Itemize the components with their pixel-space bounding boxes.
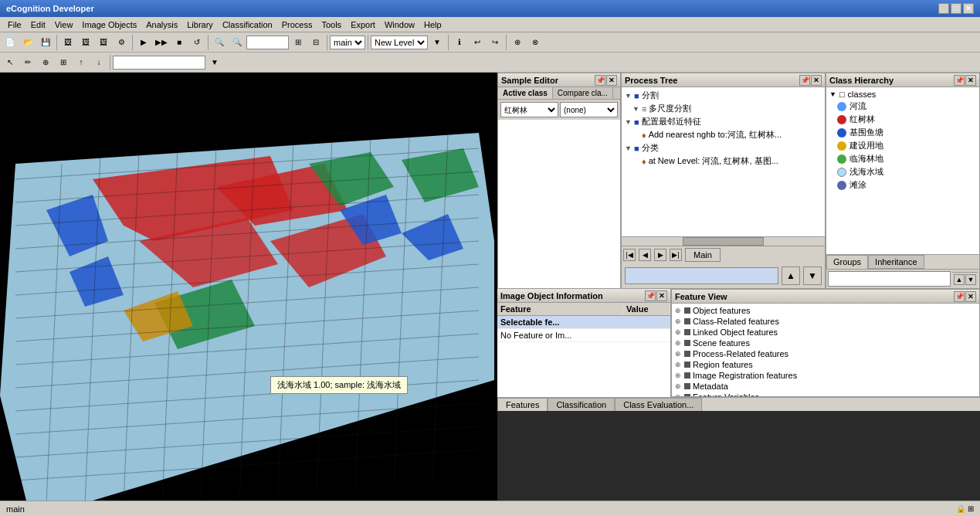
oi-row-0[interactable]: Selectable fe... — [497, 316, 670, 329]
oi-pin-btn[interactable]: 📌 — [645, 290, 656, 301]
maximize-btn[interactable]: □ — [951, 3, 961, 14]
tb-extra1[interactable]: ⊕ — [509, 34, 526, 51]
tab-compare-class[interactable]: Compare cla... — [553, 87, 613, 99]
fv-item-8[interactable]: ⊕ Feature Variables — [673, 392, 978, 396]
tb2-text-input[interactable] — [113, 56, 205, 70]
pt-item-2[interactable]: ▼ ■ 配置最邻近特征 — [623, 115, 823, 128]
tb2-1[interactable]: ↖ — [2, 54, 19, 71]
ch-item-1[interactable]: 红树林 — [828, 113, 978, 126]
tb2-up[interactable]: ↑ — [73, 54, 90, 71]
tb-save[interactable]: 💾 — [37, 34, 54, 51]
tb-fit[interactable]: ⊞ — [290, 34, 307, 51]
fv-item-3[interactable]: ⊕ Scene features — [673, 338, 978, 348]
btm-tab-features[interactable]: Features — [497, 398, 548, 411]
oi-row-1[interactable]: No Feature or Im... — [497, 329, 670, 342]
tb2-2[interactable]: ✏ — [19, 54, 36, 71]
new-level-select[interactable]: New Level — [371, 36, 428, 49]
ch-item-6[interactable]: 滩涂 — [828, 178, 978, 192]
pt-item-1[interactable]: ▼ ≡ 多尺度分割 — [623, 102, 823, 115]
btm-tab-class-eval[interactable]: Class Evaluation... — [615, 398, 702, 411]
tb-redo[interactable]: ↪ — [487, 34, 504, 51]
menu-export[interactable]: Export — [346, 20, 380, 29]
pt-pin-btn[interactable]: 📌 — [799, 75, 810, 86]
fv-item-1[interactable]: ⊕ Class-Related features — [673, 316, 978, 327]
tb-expand[interactable]: ⊟ — [307, 34, 324, 51]
close-btn[interactable]: ✕ — [963, 3, 974, 14]
menu-library[interactable]: Library — [182, 20, 218, 29]
tb-open[interactable]: 📂 — [19, 34, 36, 51]
level-select[interactable]: main — [330, 36, 365, 49]
zoom-input[interactable]: 33.33% — [246, 36, 289, 49]
ch-down-btn[interactable]: ▼ — [965, 274, 976, 285]
fv-pin-btn[interactable]: 📌 — [954, 291, 965, 302]
se-close-btn[interactable]: ✕ — [606, 75, 617, 86]
menu-view[interactable]: View — [50, 20, 78, 29]
menu-classification[interactable]: Classification — [218, 20, 277, 29]
ch-root[interactable]: ▼ □ classes — [828, 89, 978, 100]
compare-class-dropdown[interactable]: (none) — [560, 102, 618, 117]
menu-process[interactable]: Process — [277, 20, 317, 29]
ch-tab-groups[interactable]: Groups — [826, 255, 868, 269]
ch-item-5[interactable]: 浅海水域 — [828, 165, 978, 178]
tb-proc3[interactable]: ■ — [171, 34, 188, 51]
pt-close-btn[interactable]: ✕ — [811, 75, 822, 86]
se-pin-btn[interactable]: 📌 — [595, 75, 605, 86]
tb2-4[interactable]: ⊞ — [55, 54, 72, 71]
ch-item-3[interactable]: 建设用地 — [828, 139, 978, 152]
tb-proc4[interactable]: ↺ — [188, 34, 205, 51]
menu-help[interactable]: Help — [419, 20, 446, 29]
tb-img1[interactable]: 🖼 — [59, 34, 76, 51]
pt-item-3[interactable]: ♦ Add nearest nghb to:河流, 红树林... — [623, 128, 823, 141]
tb-proc1[interactable]: ▶ — [135, 34, 152, 51]
pt-scrollbar[interactable] — [622, 236, 825, 246]
tb-zoom-in[interactable]: 🔍 — [229, 34, 246, 51]
menu-analysis[interactable]: Analysis — [141, 20, 182, 29]
tab-active-class[interactable]: Active class — [498, 87, 553, 99]
fv-item-4[interactable]: ⊕ Process-Related features — [673, 348, 978, 359]
menu-file[interactable]: File — [3, 20, 26, 29]
pt-item-5[interactable]: ♦ at New Level: 河流, 红树林, 基图... — [623, 154, 823, 168]
ch-pin-btn[interactable]: 📌 — [954, 75, 965, 86]
image-panel[interactable]: 浅海水域 1.00; sample: 浅海水域 — [0, 73, 497, 516]
tb2-3[interactable]: ⊕ — [37, 54, 54, 71]
tb-img4[interactable]: ⚙ — [113, 34, 130, 51]
tb-extra2[interactable]: ⊗ — [527, 34, 544, 51]
pt-nav-prev[interactable]: |◀ — [623, 249, 636, 261]
tb-proc2[interactable]: ▶▶ — [153, 34, 170, 51]
tb-zoom-out[interactable]: 🔍 — [211, 34, 228, 51]
pt-input-field[interactable] — [625, 267, 778, 284]
pt-nav-back[interactable]: ◀ — [639, 249, 651, 261]
ch-close-btn[interactable]: ✕ — [965, 75, 976, 86]
tb-img2[interactable]: 🖼 — [77, 34, 94, 51]
pt-main-button[interactable]: Main — [685, 248, 721, 262]
menu-edit[interactable]: Edit — [26, 20, 50, 29]
tb-info[interactable]: ℹ — [451, 34, 468, 51]
ch-item-4[interactable]: 临海林地 — [828, 152, 978, 165]
active-class-dropdown[interactable]: 红树林 — [500, 102, 558, 117]
ch-item-2[interactable]: 基围鱼塘 — [828, 126, 978, 139]
menu-tools[interactable]: Tools — [317, 20, 346, 29]
menu-window[interactable]: Window — [380, 20, 419, 29]
fv-item-7[interactable]: ⊕ Metadata — [673, 381, 978, 392]
fv-item-5[interactable]: ⊕ Region features — [673, 359, 978, 370]
oi-close-btn[interactable]: ✕ — [656, 290, 667, 301]
tb-level-drop[interactable]: ▼ — [429, 34, 446, 51]
pt-nav-last[interactable]: ▶| — [670, 249, 682, 261]
ch-item-0[interactable]: 河流 — [828, 100, 978, 113]
fv-item-0[interactable]: ⊕ Object features — [673, 305, 978, 316]
tb-undo[interactable]: ↩ — [469, 34, 486, 51]
btm-tab-classification[interactable]: Classification — [548, 398, 615, 411]
tb2-drop[interactable]: ▼ — [206, 54, 223, 71]
pt-arrow-down[interactable]: ▼ — [803, 266, 822, 285]
pt-arrow-up[interactable]: ▲ — [782, 266, 800, 285]
tb-new[interactable]: 📄 — [2, 34, 19, 51]
pt-item-4[interactable]: ▼ ■ 分类 — [623, 141, 823, 154]
tb2-down[interactable]: ↓ — [90, 54, 107, 71]
ch-tab-inheritance[interactable]: Inheritance — [868, 255, 924, 269]
fv-item-6[interactable]: ⊕ Image Registration features — [673, 370, 978, 381]
fv-item-2[interactable]: ⊕ Linked Object features — [673, 327, 978, 338]
pt-nav-fwd[interactable]: ▶ — [654, 249, 666, 261]
minimize-btn[interactable]: _ — [938, 3, 949, 14]
fv-close-btn[interactable]: ✕ — [965, 291, 976, 302]
menu-image-objects[interactable]: Image Objects — [77, 20, 141, 29]
